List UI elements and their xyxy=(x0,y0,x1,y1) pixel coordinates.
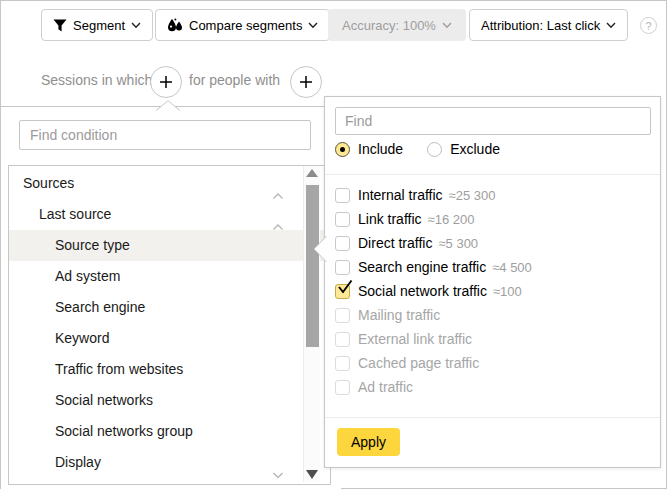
exclude-label[interactable]: Exclude xyxy=(450,141,500,157)
checkbox-checked-icon[interactable] xyxy=(335,284,350,299)
traffic-option-label: Social network traffic xyxy=(358,283,487,299)
source-type-popup: Include Exclude Internal traffic≈25 300L… xyxy=(324,96,661,468)
traffic-option-count: ≈25 300 xyxy=(449,188,496,203)
checkbox-icon xyxy=(335,380,350,395)
tree-item[interactable]: Source type xyxy=(9,230,330,261)
traffic-option-count: ≈4 500 xyxy=(492,260,532,275)
traffic-option-label: Search engine traffic xyxy=(358,259,486,275)
exclude-option[interactable]: Exclude xyxy=(427,141,500,157)
tree-item[interactable]: Social networks xyxy=(9,385,330,416)
tree-item[interactable]: Ad system xyxy=(9,261,330,292)
traffic-option-count: ≈16 200 xyxy=(428,212,475,227)
condition-picker-panel: SourcesLast sourceSource typeAd systemSe… xyxy=(1,106,341,489)
traffic-option-row[interactable]: Search engine traffic≈4 500 xyxy=(335,255,652,279)
traffic-option-label: Ad traffic xyxy=(358,379,413,395)
checkbox-icon[interactable] xyxy=(335,260,350,275)
traffic-option-label: Direct traffic xyxy=(358,235,432,251)
tree-item-label: Source type xyxy=(55,237,130,253)
tree-item-label: Social networks xyxy=(55,392,153,408)
scroll-up-icon[interactable] xyxy=(306,169,318,177)
traffic-options-list: Internal traffic≈25 300Link traffic≈16 2… xyxy=(335,183,652,399)
plus-icon xyxy=(299,75,313,89)
plus-icon xyxy=(159,75,173,89)
attribution-button[interactable]: Attribution: Last click xyxy=(469,9,628,41)
tree-item-label: Keyword xyxy=(55,330,109,346)
chevron-down-icon xyxy=(442,22,452,29)
tree-item[interactable]: Traffic from websites xyxy=(9,354,330,385)
attribution-label: Attribution: Last click xyxy=(481,18,600,33)
traffic-option-row[interactable]: Link traffic≈16 200 xyxy=(335,207,652,231)
divider xyxy=(325,417,660,418)
tree-item[interactable]: Search engine xyxy=(9,292,330,323)
segmentation-page: Segment Compare segments Accuracy: 100% … xyxy=(0,0,667,489)
compare-segments-label: Compare segments xyxy=(189,18,302,33)
for-people-with-label: for people with xyxy=(189,72,280,88)
traffic-option-label: External link traffic xyxy=(358,331,472,347)
traffic-option-row: Mailing traffic xyxy=(335,303,652,327)
tree-item[interactable]: Social networks group xyxy=(9,416,330,447)
accuracy-dropdown[interactable]: Accuracy: 100% xyxy=(328,9,466,41)
include-exclude-row: Include Exclude xyxy=(335,141,500,157)
traffic-option-label: Link traffic xyxy=(358,211,422,227)
traffic-option-row: External link traffic xyxy=(335,327,652,351)
tree-scrollbar xyxy=(303,166,320,482)
tree-item[interactable]: Sources xyxy=(9,168,330,199)
tree-item[interactable]: Keyword xyxy=(9,323,330,354)
scroll-down-icon[interactable] xyxy=(306,470,318,479)
tree-item-label: Last source xyxy=(39,206,111,222)
tree-item-label: Sources xyxy=(23,175,74,191)
checkbox-icon xyxy=(335,332,350,347)
segment-button[interactable]: Segment xyxy=(41,9,153,41)
traffic-option-row[interactable]: Direct traffic≈5 300 xyxy=(335,231,652,255)
compare-segments-button[interactable]: Compare segments xyxy=(155,9,330,41)
chevron-down-icon xyxy=(131,22,141,29)
traffic-option-row: Cached page traffic xyxy=(335,351,652,375)
tree-item-label: Search engine xyxy=(55,299,145,315)
tree-item-label: Social networks group xyxy=(55,423,193,439)
sessions-in-which-label: Sessions in which xyxy=(41,72,152,88)
condition-tree: SourcesLast sourceSource typeAd systemSe… xyxy=(8,165,331,485)
filter-icon xyxy=(53,19,67,32)
help-icon[interactable]: ? xyxy=(640,17,657,34)
exclude-radio[interactable] xyxy=(427,142,442,157)
traffic-option-row[interactable]: Social network traffic≈100 xyxy=(335,279,652,303)
traffic-option-row: Ad traffic xyxy=(335,375,652,399)
tree-item-label: Ad system xyxy=(55,268,120,284)
tree-item-label: Traffic from websites xyxy=(55,361,183,377)
divider xyxy=(325,174,660,175)
chevron-down-icon xyxy=(308,22,318,29)
accuracy-label: Accuracy: 100% xyxy=(342,18,436,33)
traffic-option-label: Internal traffic xyxy=(358,187,443,203)
compare-drops-icon xyxy=(167,18,183,32)
checkbox-icon xyxy=(335,356,350,371)
traffic-option-count: ≈5 300 xyxy=(438,236,478,251)
traffic-option-label: Cached page traffic xyxy=(358,355,479,371)
traffic-option-count: ≈100 xyxy=(493,284,522,299)
tree-item[interactable]: Display xyxy=(9,447,330,478)
apply-button[interactable]: Apply xyxy=(337,428,400,456)
include-label[interactable]: Include xyxy=(358,141,403,157)
panel-notch-up xyxy=(154,97,182,115)
checkbox-icon xyxy=(335,308,350,323)
chevron-down-icon xyxy=(606,22,616,29)
segment-button-label: Segment xyxy=(73,18,125,33)
popup-notch-left xyxy=(312,235,327,267)
checkbox-icon[interactable] xyxy=(335,236,350,251)
include-radio[interactable] xyxy=(335,142,350,157)
chevron-down-icon[interactable] xyxy=(272,459,284,485)
add-session-condition-button[interactable] xyxy=(150,66,182,98)
traffic-option-row[interactable]: Internal traffic≈25 300 xyxy=(335,183,652,207)
tree-item-label: Display xyxy=(55,454,101,470)
tree-item[interactable]: Last source xyxy=(9,199,330,230)
checkbox-icon[interactable] xyxy=(335,188,350,203)
checkbox-icon[interactable] xyxy=(335,212,350,227)
include-option[interactable]: Include xyxy=(335,141,403,157)
find-condition-input[interactable] xyxy=(19,120,311,150)
traffic-option-label: Mailing traffic xyxy=(358,307,440,323)
add-people-condition-button[interactable] xyxy=(290,66,322,98)
popup-find-input[interactable] xyxy=(335,107,651,135)
